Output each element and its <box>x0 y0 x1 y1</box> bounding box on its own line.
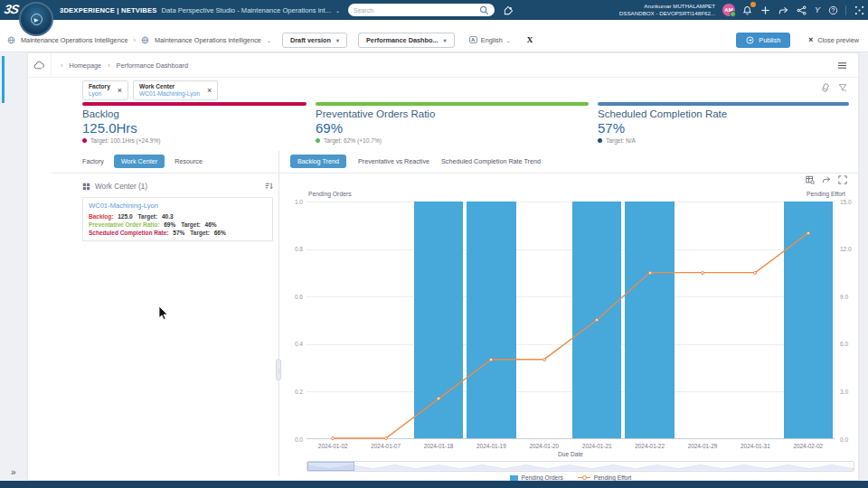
menu-hamburger-icon[interactable] <box>837 57 847 73</box>
left-axis-tick: 1.0 <box>279 199 303 205</box>
3dexperience-compass[interactable]: ▶ <box>19 2 53 36</box>
chip-value: WC01-Machining-Lyon <box>139 90 200 98</box>
share-export-icon[interactable] <box>822 175 831 184</box>
remove-filter-icon[interactable]: × <box>207 86 212 95</box>
filter-funnel-icon[interactable] <box>838 83 847 92</box>
dashboard-card: › Homepage › Performance Dashboard Facto… <box>27 52 859 481</box>
right-axis-tick: 15.0 <box>840 199 863 205</box>
expand-panel-chevrons[interactable]: » <box>11 467 16 477</box>
metric-label: Scheduled Completion Rate: <box>89 230 168 236</box>
user-info[interactable]: Arunkumar MUTHALAMPET DSSANDBOX - DEVOPS… <box>619 3 715 17</box>
notifications-bell-icon[interactable] <box>742 5 753 15</box>
breadcrumb-current: Performance Dashboard <box>117 61 189 70</box>
share-icon[interactable] <box>797 5 807 15</box>
x-axis-label: 2024-01-20 <box>529 443 559 449</box>
legend-pending-effort[interactable]: Pending Effort <box>578 474 632 481</box>
3dswym-icon[interactable]: Y <box>815 5 820 14</box>
chip-text: FactoryLyon <box>89 83 110 98</box>
bottom-bar <box>0 481 868 488</box>
view-data-table-icon[interactable] <box>806 175 815 184</box>
close-icon: × <box>808 35 813 44</box>
kpi-color-bar <box>316 102 589 106</box>
tab-resource[interactable]: Resource <box>175 157 203 165</box>
avatar[interactable]: AM <box>722 4 735 16</box>
language-selector[interactable]: A English ⌄ <box>469 36 511 44</box>
x-twitter-icon[interactable]: X <box>527 35 533 44</box>
fullscreen-icon[interactable] <box>838 175 847 184</box>
datazoom-slider[interactable] <box>307 461 854 472</box>
clear-filters-eraser-icon[interactable] <box>821 83 830 92</box>
kpi-title: Preventative Orders Ratio <box>316 108 589 119</box>
left-axis-tick: 0.4 <box>279 341 303 347</box>
filter-chip-factory[interactable]: FactoryLyon× <box>82 80 128 100</box>
chevron-down-icon: ⌄ <box>506 37 511 43</box>
datazoom-window[interactable] <box>307 462 354 471</box>
metric-label: Preventative Order Ratio: <box>89 221 159 228</box>
top-bar: 3S 3DEXPERIENCE | NETVIBES Data Perspect… <box>0 0 868 20</box>
forward-arrow-icon[interactable] <box>778 5 789 15</box>
app-cloud-icon[interactable] <box>28 53 52 77</box>
chevron-down-icon[interactable]: ⌄ <box>335 7 340 14</box>
chart-tab-backlog-trend[interactable]: Backlog Trend <box>290 155 346 168</box>
search-bar[interactable] <box>348 4 495 16</box>
metric-value: 125.0 <box>113 213 132 220</box>
kpi-backlog[interactable]: Backlog 125.0Hrs Target: 100.1Hrs (+24.9… <box>82 102 307 150</box>
right-axis-tick: 0.0 <box>840 436 863 443</box>
filter-chip-work-center[interactable]: Work CenterWC01-Machining-Lyon× <box>133 80 218 100</box>
publish-button[interactable]: Publish <box>736 33 790 48</box>
tenant-name: DSSANDBOX - DEVOPSRTI148F62... <box>619 10 715 17</box>
tag-icon[interactable] <box>503 5 514 15</box>
chart-panel: Backlog TrendPreventative vs ReactiveSch… <box>279 151 858 476</box>
left-accent-bar <box>2 56 5 103</box>
mouse-cursor <box>158 305 169 324</box>
legend-pending-orders[interactable]: Pending Orders <box>510 474 563 481</box>
metric-label: Backlog: <box>89 213 113 220</box>
kpi-value: 125.0Hrs <box>82 120 307 136</box>
chart-tab-scheduled-completion-rate-trend[interactable]: Scheduled Completion Rate Trend <box>441 157 541 165</box>
right-axis-tick: 12.0 <box>840 246 863 252</box>
work-center-link[interactable]: WC01-Machining-Lyon <box>89 202 267 210</box>
kpi-scheduled-completion-rate[interactable]: Scheduled Completion Rate 57% Target: N/… <box>598 102 849 150</box>
chevron-down-icon[interactable]: ⌄ <box>267 37 271 43</box>
kpi-color-bar <box>598 102 849 106</box>
metric-target-value: 46% <box>201 221 217 228</box>
line-marker <box>753 271 757 275</box>
x-axis-label: 2024-01-19 <box>476 443 506 449</box>
play-icon[interactable]: ▶ <box>31 14 42 25</box>
remove-filter-icon[interactable]: × <box>118 86 122 95</box>
user-name: Arunkumar MUTHALAMPET <box>619 3 715 10</box>
help-icon[interactable] <box>827 5 838 15</box>
chip-label: Work Center <box>139 83 200 90</box>
add-icon[interactable] <box>760 5 771 15</box>
apps-grid-icon[interactable] <box>854 5 864 15</box>
divider <box>845 5 846 15</box>
x-axis-label: 2024-01-02 <box>318 443 348 449</box>
datazoom-preview <box>307 462 854 471</box>
list-title: Work Center (1) <box>95 183 147 191</box>
breadcrumb-app[interactable]: Maintenance Operations Intelligence <box>21 36 127 44</box>
right-axis-tick: 9.0 <box>840 294 863 300</box>
left-axis-title: Pending Orders <box>308 191 352 197</box>
tab-factory[interactable]: Factory <box>82 157 104 165</box>
topbar-actions: Arunkumar MUTHALAMPET DSSANDBOX - DEVOPS… <box>619 0 864 20</box>
draft-version-button[interactable]: Draft version ▾ <box>282 33 347 48</box>
application-window: 3S 3DEXPERIENCE | NETVIBES Data Perspect… <box>0 0 868 488</box>
metric-row: Scheduled Completion Rate: 57%Target: 66… <box>89 229 267 237</box>
dashboard-select[interactable]: Performance Dashbo... ▾ <box>358 33 455 48</box>
close-preview-button[interactable]: × Close preview <box>808 35 859 44</box>
work-center-list-item[interactable]: WC01-Machining-Lyon Backlog: 125.0Target… <box>82 197 273 241</box>
chart-tab-preventative-vs-reactive[interactable]: Preventative vs Reactive <box>358 157 429 165</box>
chart-tabs: Backlog TrendPreventative vs ReactiveSch… <box>279 151 858 174</box>
search-input[interactable] <box>354 7 475 14</box>
sort-filter-icon[interactable] <box>265 182 273 192</box>
brand-area[interactable]: 3DEXPERIENCE | NETVIBES Data Perspective… <box>60 0 340 20</box>
breadcrumb-home[interactable]: Homepage <box>69 61 101 70</box>
kpi-preventative-orders-ratio[interactable]: Preventative Orders Ratio 69% Target: 62… <box>316 102 589 150</box>
kpi-row: Backlog 125.0Hrs Target: 100.1Hrs (+24.9… <box>82 102 849 150</box>
tab-work-center[interactable]: Work Center <box>114 155 165 168</box>
chart-plot-area[interactable] <box>307 202 835 439</box>
kpi-value: 57% <box>598 120 849 136</box>
breadcrumb-perspective[interactable]: Maintenance Operations intelligence <box>155 36 261 44</box>
draft-version-label: Draft version <box>290 36 331 44</box>
search-icon[interactable] <box>478 5 489 15</box>
